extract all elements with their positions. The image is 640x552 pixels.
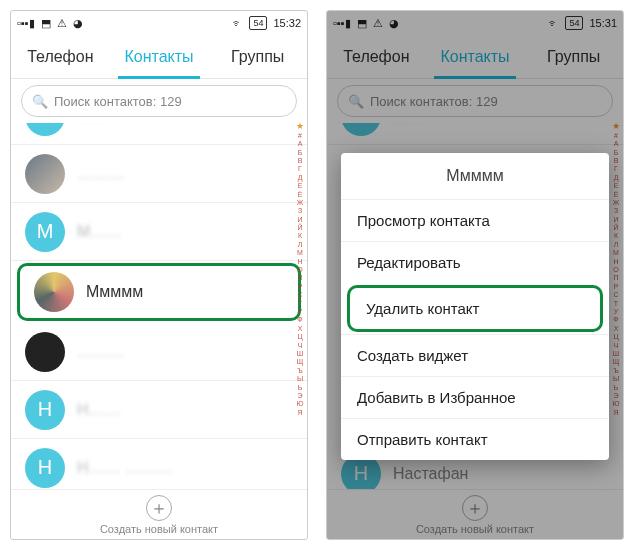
alpha-letter[interactable]: Е xyxy=(298,182,303,190)
alpha-letter[interactable]: Р xyxy=(298,283,303,291)
alpha-index[interactable]: ★#АБВГДЕЁЖЗИЙКЛМНОПРСТУФХЦЧШЩЪЫЬЭЮЯ xyxy=(294,121,306,499)
list-item[interactable]: ……… xyxy=(11,323,307,381)
alpha-letter[interactable]: К xyxy=(298,232,302,240)
tab-groups[interactable]: Группы xyxy=(208,35,307,78)
alpha-letter[interactable]: Д xyxy=(298,174,303,182)
alpha-index[interactable]: ★#АБВГДЕЁЖЗИЙКЛМНОПРСТУФХЦЧШЩЪЫЬЭЮЯ xyxy=(610,121,622,499)
alpha-letter[interactable]: С xyxy=(297,291,302,299)
alpha-letter[interactable]: Ю xyxy=(296,400,303,408)
tab-contacts[interactable]: Контакты xyxy=(110,35,209,78)
alpha-letter[interactable]: Ф xyxy=(297,316,302,324)
contact-name: ……… xyxy=(77,165,125,183)
alpha-letter[interactable]: А xyxy=(614,140,619,148)
alpha-letter[interactable]: # xyxy=(614,132,618,140)
signal-icon: ▫▪▪▮ xyxy=(17,17,35,30)
alpha-letter[interactable]: П xyxy=(613,274,618,282)
search-input[interactable]: 🔍 Поиск контактов: 129 xyxy=(21,85,297,117)
alpha-letter[interactable]: П xyxy=(297,274,302,282)
alpha-letter[interactable]: Ь xyxy=(614,384,619,392)
alpha-letter[interactable]: М xyxy=(297,249,303,257)
context-item[interactable]: Редактировать xyxy=(341,241,609,283)
alpha-letter[interactable]: Ш xyxy=(613,350,619,358)
alpha-letter[interactable]: Р xyxy=(614,283,619,291)
alpha-letter[interactable]: Ч xyxy=(298,342,303,350)
alpha-letter[interactable]: Х xyxy=(614,325,619,333)
list-item[interactable]: ……… xyxy=(11,145,307,203)
context-item[interactable]: Отправить контакт xyxy=(341,418,609,460)
list-item[interactable]: НН…… ……… xyxy=(11,439,307,489)
alpha-letter[interactable]: Ю xyxy=(612,400,619,408)
alpha-letter[interactable]: У xyxy=(298,308,302,316)
alpha-letter[interactable]: Я xyxy=(613,409,618,417)
alpha-letter[interactable]: Ы xyxy=(297,375,303,383)
alpha-letter[interactable]: Ё xyxy=(298,191,303,199)
alpha-letter[interactable]: Т xyxy=(298,300,302,308)
tab-phone[interactable]: Телефон xyxy=(11,35,110,78)
alpha-letter[interactable]: Г xyxy=(298,165,302,173)
context-item-delete[interactable]: Удалить контакт xyxy=(347,285,603,332)
alpha-letter[interactable]: В xyxy=(614,157,619,165)
alpha-letter[interactable]: Д xyxy=(614,174,619,182)
alpha-letter[interactable]: З xyxy=(298,207,302,215)
context-item[interactable]: Просмотр контакта xyxy=(341,199,609,241)
add-contact-button[interactable]: ＋ xyxy=(146,495,172,521)
alpha-letter[interactable]: А xyxy=(298,140,303,148)
alpha-letter[interactable]: Л xyxy=(298,241,303,249)
wifi-icon: ᯤ xyxy=(232,17,243,29)
list-item[interactable]: НН…… xyxy=(11,381,307,439)
alpha-letter[interactable]: Е xyxy=(614,182,619,190)
alpha-letter[interactable]: Б xyxy=(298,149,303,157)
tab-contacts[interactable]: Контакты xyxy=(426,35,525,78)
alpha-letter[interactable]: М xyxy=(613,249,619,257)
alpha-letter[interactable]: Ь xyxy=(298,384,303,392)
alpha-letter[interactable]: Г xyxy=(614,165,618,173)
alpha-letter[interactable]: Ъ xyxy=(613,367,619,375)
alpha-letter[interactable]: Э xyxy=(613,392,618,400)
alpha-letter[interactable]: Л xyxy=(614,241,619,249)
alpha-letter[interactable]: Я xyxy=(297,409,302,417)
alpha-letter[interactable]: Ж xyxy=(297,199,303,207)
context-item[interactable]: Добавить в Избранное xyxy=(341,376,609,418)
alpha-letter[interactable]: С xyxy=(613,291,618,299)
alpha-letter[interactable]: Ъ xyxy=(297,367,303,375)
alpha-letter[interactable]: Н xyxy=(297,258,302,266)
alpha-letter[interactable]: Т xyxy=(614,300,618,308)
alpha-letter[interactable]: В xyxy=(298,157,303,165)
alpha-letter[interactable]: К xyxy=(614,232,618,240)
context-item[interactable]: Создать виджет xyxy=(341,334,609,376)
tab-groups[interactable]: Группы xyxy=(524,35,623,78)
alpha-letter[interactable]: ★ xyxy=(612,121,620,132)
tab-phone[interactable]: Телефон xyxy=(327,35,426,78)
alpha-letter[interactable]: З xyxy=(614,207,618,215)
alpha-letter[interactable]: Ц xyxy=(613,333,618,341)
list-item[interactable]: ММ… xyxy=(11,123,307,145)
alpha-letter[interactable]: И xyxy=(297,216,302,224)
alpha-letter[interactable]: Ч xyxy=(614,342,619,350)
add-contact-button[interactable]: ＋ xyxy=(462,495,488,521)
alpha-letter[interactable]: Х xyxy=(298,325,303,333)
search-input[interactable]: 🔍 Поиск контактов: 129 xyxy=(337,85,613,117)
alpha-letter[interactable]: Ж xyxy=(613,199,619,207)
list-item[interactable]: ММ…… xyxy=(11,203,307,261)
alpha-letter[interactable]: У xyxy=(614,308,618,316)
alpha-letter[interactable]: Ё xyxy=(614,191,619,199)
contacts-list[interactable]: ММ…………ММ……Ммммм………НН……НН…… ………НН…… xyxy=(11,123,307,489)
alpha-letter[interactable]: Щ xyxy=(297,358,304,366)
alpha-letter[interactable]: Щ xyxy=(613,358,620,366)
alpha-letter[interactable]: Ф xyxy=(613,316,618,324)
alpha-letter[interactable]: ★ xyxy=(296,121,304,132)
alpha-letter[interactable]: Б xyxy=(614,149,619,157)
alpha-letter[interactable]: Ы xyxy=(613,375,619,383)
alpha-letter[interactable]: О xyxy=(297,266,302,274)
alpha-letter[interactable]: О xyxy=(613,266,618,274)
footer: ＋ Создать новый контакт xyxy=(11,489,307,539)
alpha-letter[interactable]: Й xyxy=(613,224,618,232)
alpha-letter[interactable]: Ш xyxy=(297,350,303,358)
alpha-letter[interactable]: Э xyxy=(297,392,302,400)
alpha-letter[interactable]: # xyxy=(298,132,302,140)
list-item-selected[interactable]: Ммммм xyxy=(17,263,301,321)
alpha-letter[interactable]: Й xyxy=(297,224,302,232)
alpha-letter[interactable]: И xyxy=(613,216,618,224)
alpha-letter[interactable]: Н xyxy=(613,258,618,266)
alpha-letter[interactable]: Ц xyxy=(297,333,302,341)
